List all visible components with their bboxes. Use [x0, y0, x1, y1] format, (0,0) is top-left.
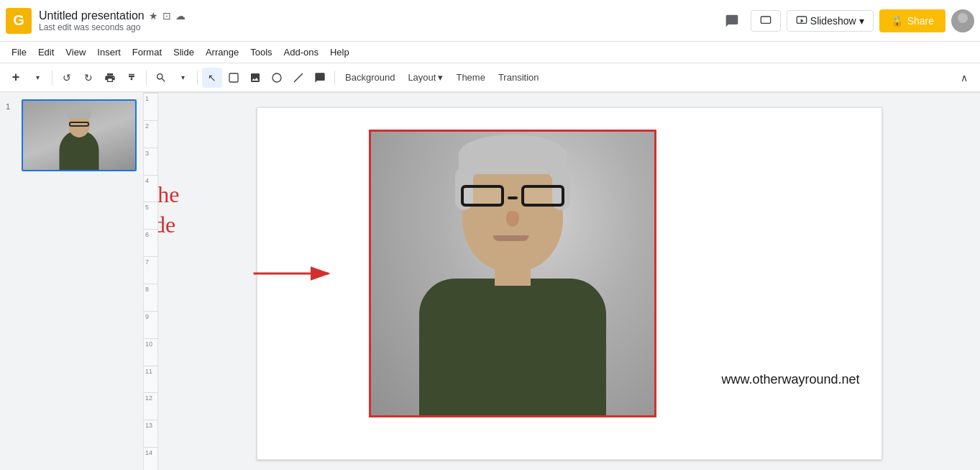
canvas-area: -2 -1 0 1 2 3 4 5 6 7 8 9 10 11 12 13 14…	[144, 92, 980, 470]
ruler-mark: 7	[427, 92, 457, 93]
ruler-mark: 1	[248, 92, 278, 93]
ruler-mark: 0	[218, 92, 248, 93]
theme-label: Theme	[456, 72, 485, 83]
ruler-mark: 5	[367, 92, 398, 93]
menu-addons[interactable]: Add-ons	[278, 44, 324, 60]
layout-button[interactable]: Layout ▾	[402, 69, 449, 86]
ruler-mark: 9	[487, 92, 517, 93]
ruler-mark: -2	[158, 92, 188, 93]
slide-canvas[interactable]: Drag and drop the image into a slide	[158, 93, 980, 470]
svg-line-7	[294, 73, 303, 82]
add-button[interactable]: +	[6, 68, 26, 88]
insert-comment-button[interactable]	[310, 68, 330, 88]
doc-title-row: Untitled presentation ★ ⊡ ☁	[39, 9, 719, 22]
insert-shape-button[interactable]	[267, 68, 287, 88]
ruler-mark: 12	[576, 92, 606, 93]
title-area: Untitled presentation ★ ⊡ ☁ Last edit wa…	[39, 9, 719, 32]
menu-format[interactable]: Format	[127, 44, 168, 60]
menu-help[interactable]: Help	[324, 44, 355, 60]
annotation-line1: Drag and drop the	[158, 181, 179, 207]
vertical-ruler: 1 2 3 4 5 6 7 8 9 10 11 12 13 14	[144, 93, 158, 470]
slide-item-1[interactable]: 1	[6, 99, 137, 171]
ruler-v-mark: 7	[144, 256, 157, 284]
drive-icon[interactable]: ⊡	[162, 10, 171, 22]
ruler-mark: 20	[815, 92, 846, 93]
ruler-mark: 11	[546, 92, 577, 93]
paintformat-button[interactable]	[122, 68, 142, 88]
layout-dropdown-icon: ▾	[438, 72, 443, 83]
annotation-line2: image into a slide	[158, 212, 175, 238]
ruler-mark: 2	[278, 92, 308, 93]
image-frame[interactable]	[369, 130, 656, 417]
slide-number-1: 1	[6, 99, 17, 111]
slide-content[interactable]: Drag and drop the image into a slide	[257, 107, 882, 460]
annotation-text: Drag and drop the image into a slide	[158, 180, 179, 240]
ruler-v-mark: 2	[144, 120, 157, 148]
slideshow-dropdown-icon: ▾	[859, 15, 864, 27]
print-button[interactable]	[100, 68, 120, 88]
menu-insert[interactable]: Insert	[91, 44, 127, 60]
slideshow-label: Slideshow	[810, 15, 856, 27]
svg-rect-0	[761, 17, 770, 23]
svg-point-3	[958, 13, 968, 23]
toolbar: + ▾ ↺ ↻ ▾ ↖ Background Layout ▾ Theme Tr…	[0, 63, 980, 92]
theme-button[interactable]: Theme	[450, 69, 490, 86]
doc-title[interactable]: Untitled presentation	[39, 9, 145, 22]
ruler-mark: 14	[636, 92, 667, 93]
ruler-v-mark: 4	[144, 175, 157, 202]
undo-button[interactable]: ↺	[57, 68, 77, 88]
redo-button[interactable]: ↻	[78, 68, 99, 88]
canvas-body: 1 2 3 4 5 6 7 8 9 10 11 12 13 14	[144, 93, 980, 470]
background-button[interactable]: Background	[339, 69, 400, 86]
ruler-h-marks: -2 -1 0 1 2 3 4 5 6 7 8 9 10 11 12 13 14…	[158, 92, 980, 93]
slides-panel: 1	[0, 92, 144, 470]
ruler-v-mark: 3	[144, 148, 157, 175]
svg-point-6	[273, 73, 281, 82]
ruler-v-mark: 10	[144, 338, 157, 366]
star-icon[interactable]: ★	[149, 10, 158, 22]
ruler-mark: 19	[785, 92, 815, 93]
collapse-button[interactable]: ∧	[954, 68, 974, 88]
person-photo	[371, 132, 654, 415]
main-layout: 1 -2 -1 0 1 2 3 4 5	[0, 92, 980, 470]
ruler-mark: 18	[756, 92, 786, 93]
insert-image-button[interactable]	[245, 68, 265, 88]
share-lock-icon: 🔒	[891, 15, 903, 27]
transition-button[interactable]: Transition	[493, 69, 545, 86]
ruler-mark: 6	[397, 92, 427, 93]
last-edit-status: Last edit was seconds ago	[39, 22, 719, 32]
svg-rect-5	[229, 73, 238, 82]
background-label: Background	[345, 72, 395, 83]
ruler-mark: 16	[696, 92, 726, 93]
add-dropdown[interactable]: ▾	[27, 68, 47, 88]
menu-slide[interactable]: Slide	[168, 44, 200, 60]
menu-file[interactable]: File	[6, 44, 32, 60]
insert-line-button[interactable]	[288, 68, 308, 88]
ruler-v-mark: 14	[144, 447, 157, 470]
menu-edit[interactable]: Edit	[32, 44, 60, 60]
cloud-icon[interactable]: ☁	[175, 10, 186, 22]
cursor-tool[interactable]: ↖	[202, 68, 222, 88]
topbar-right: Slideshow ▾ 🔒 Share	[719, 8, 974, 34]
comments-button[interactable]	[719, 8, 745, 34]
ruler-v-mark: 1	[144, 93, 157, 120]
zoom-button[interactable]	[151, 68, 171, 88]
select-tool[interactable]	[224, 68, 244, 88]
svg-point-4	[954, 24, 971, 32]
ruler-mark: 10	[516, 92, 546, 93]
slide-thumbnail-1[interactable]	[22, 99, 137, 171]
separator-2	[146, 71, 147, 85]
slideshow-button[interactable]: Slideshow ▾	[787, 10, 874, 32]
present-button[interactable]	[751, 10, 781, 32]
separator-1	[52, 71, 52, 85]
avatar[interactable]	[951, 9, 974, 32]
ruler-mark: 8	[457, 92, 487, 93]
separator-4	[334, 71, 335, 85]
zoom-dropdown[interactable]: ▾	[173, 68, 193, 88]
menu-view[interactable]: View	[60, 44, 91, 60]
menu-tools[interactable]: Tools	[244, 44, 278, 60]
ruler-mark: 22	[875, 92, 905, 93]
share-button[interactable]: 🔒 Share	[879, 9, 945, 32]
website-text: www.otherwayround.net	[721, 372, 859, 387]
menu-arrange[interactable]: Arrange	[200, 44, 244, 60]
